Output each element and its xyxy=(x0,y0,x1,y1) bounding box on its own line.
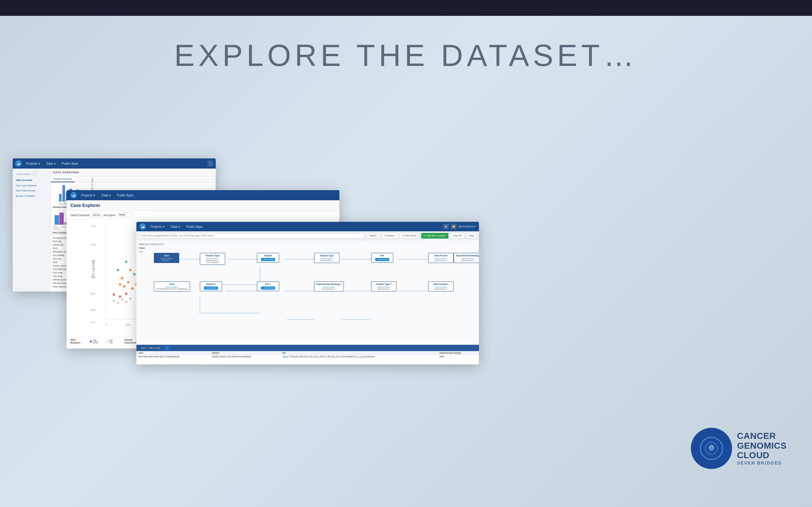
svg-point-49 xyxy=(123,285,125,288)
legend-no-dot xyxy=(107,340,109,343)
s3-about-data-btn[interactable]: ABOUT TABLE DATA xyxy=(139,346,162,350)
s1-tabs: Global Overview xyxy=(51,176,216,182)
flow-sample1-node: Sample 1 + ADD FILTER xyxy=(200,281,222,291)
s3-search-btn[interactable]: Search xyxy=(367,233,379,239)
s3-clear-all-btn[interactable]: Clear All xyxy=(450,233,464,239)
s3-queries-btn[interactable]: ⚙ Queries xyxy=(382,233,397,239)
flow-sample-type-selected: Selected Items: 1 xyxy=(316,260,337,262)
s3-save-query-btn[interactable]: ✦ Save Query xyxy=(399,233,419,239)
svg-text:500: 500 xyxy=(126,323,131,326)
flow-case-title: Case xyxy=(156,255,177,257)
nav-public-apps-2[interactable]: Public Apps xyxy=(115,193,136,198)
legend-no: No (0) xyxy=(107,338,115,344)
svg-point-48 xyxy=(119,283,121,286)
flow-data-format1-node: Data Format 1 Remove filters Selected It… xyxy=(428,281,454,291)
sidebar-case-explorer[interactable]: Start Case Explorer xyxy=(14,183,49,188)
nav-public-apps-3[interactable]: Public Apps xyxy=(184,224,205,229)
svg-point-59 xyxy=(119,295,121,298)
logo-3: ☁ xyxy=(140,223,146,230)
flow-disease-type-confirmed: User Confirmed xyxy=(202,262,223,263)
logo-1: ☁ xyxy=(15,160,21,167)
svg-point-17 xyxy=(117,269,119,271)
cell-file-1: WGS TCGA-BJ-A180-01A-11D-A13U_120711_SN1… xyxy=(281,355,438,359)
sidebar-data-browser[interactable]: Start Data Browser xyxy=(14,188,49,193)
svg-point-23 xyxy=(129,269,132,271)
nav-data-1[interactable]: Data ▾ xyxy=(44,161,57,166)
gene-input[interactable] xyxy=(117,213,133,217)
start-case-option[interactable]: Case xyxy=(139,246,145,249)
file-name-exon: Exon array xyxy=(53,272,62,274)
col-exp-strategy: Experimental strategy xyxy=(438,351,479,355)
sidebar-data-overview[interactable]: Data Overview xyxy=(14,178,49,183)
nav-bell-icon[interactable]: 🔔 xyxy=(451,224,456,229)
flow-file-node: File + ADD FILTER xyxy=(371,253,393,263)
svg-text:-0.4: -0.4 xyxy=(90,292,95,295)
svg-point-86 xyxy=(117,302,119,303)
nav-settings-icon[interactable]: ⚙ xyxy=(443,224,449,229)
flow-sample1-title: Sample 1 xyxy=(202,283,220,285)
flow-sample-type-title: Sample Type xyxy=(316,255,337,257)
tab-global-overview[interactable]: Global Overview xyxy=(51,176,74,182)
svg-point-89 xyxy=(130,298,131,299)
s3-copy-files-btn[interactable]: + Copy files to project xyxy=(421,233,449,239)
cgc-subtitle: SEVEN BRIDGES xyxy=(737,460,786,465)
cell-sample-1: 2E86079-961E-41C3-8DD5-6F182A94B25 xyxy=(210,355,280,359)
sidebar-browse-templates[interactable]: Browse Templates xyxy=(14,193,49,199)
flow-sample-add-filter[interactable]: + ADD FILTER xyxy=(261,258,275,261)
toggle-btn[interactable] xyxy=(33,172,38,176)
file-name-not-available: Not available xyxy=(53,254,65,257)
bar-male xyxy=(55,215,59,225)
nav-bar-2: ☁ Projects ▾ Data ▾ Public Apps xyxy=(67,190,339,200)
flow-file-add-filter[interactable]: + ADD FILTER xyxy=(375,258,389,261)
flow-case2-title: Case xyxy=(156,283,188,285)
and-gene-label: and gene xyxy=(103,214,115,217)
file-name-wxs: WXS xyxy=(53,247,57,249)
file-name-mirnaseq: miRNA-Seq xyxy=(53,244,63,246)
legend-yes-dot xyxy=(90,340,92,343)
s3-results-table: Case Sample File Experimental strategy 3… xyxy=(136,351,479,359)
table-row-1: 34FFF88A-88F5-4900-9E37-C1F09881B18E 2E8… xyxy=(136,355,479,359)
flow-case-node: Case Remove filters Selected: ... xyxy=(154,253,179,263)
cgc-text-block: CANCER GENOMICS CLOUD SEVEN BRIDGES xyxy=(737,431,786,465)
flow-case-selected: Selected: ... xyxy=(156,260,177,262)
start-file-option[interactable]: File xyxy=(139,250,143,253)
flow-sample-type1-selected: Selected Items: 1 xyxy=(373,288,394,290)
flow-file1-title: File 1 xyxy=(259,283,277,285)
flow-sample1-add-filter[interactable]: + ADD FILTER xyxy=(204,286,218,290)
svg-point-87 xyxy=(121,299,123,300)
nav-user-account[interactable]: BDAV/B144 ▾ xyxy=(458,225,476,228)
cgc-name-line1: CANCER xyxy=(737,431,786,441)
flow-sample-title: Sample xyxy=(259,255,277,257)
nav-user-icon-1[interactable]: 👤 xyxy=(207,161,213,166)
flow-exp-strategy1-selected: Selected Items: 1 xyxy=(316,288,342,290)
file-name-genotyping: Genotyping array xyxy=(53,237,68,239)
nav-projects-2[interactable]: Projects ▾ xyxy=(79,193,97,198)
nav-bar-1: ☁ Projects ▾ Data ▾ Public Apps 👤 xyxy=(13,158,216,169)
svg-text:-1.2: -1.2 xyxy=(90,321,95,324)
flow-sample-type1-node: Sample Type 1 Remove filters Selected It… xyxy=(371,281,397,291)
svg-point-22 xyxy=(121,277,123,279)
sidebar-1: AVAILABLE Data Overview Start Case Explo… xyxy=(13,169,51,291)
nav-public-apps-1[interactable]: Public Apps xyxy=(60,161,80,166)
flow-diagram: Start your Query from: Case File xyxy=(136,240,479,345)
select-disease-label: Select Disease xyxy=(70,214,90,217)
s3-data-table-section: ABOUT TABLE DATA i Case Sample File Expe… xyxy=(136,345,479,364)
s3-help-btn[interactable]: Help xyxy=(466,233,476,239)
nav-data-2[interactable]: Data ▾ xyxy=(100,193,113,198)
file-name-rnaseq: RNA-Seq xyxy=(53,240,61,242)
legend-no-label: No (0) xyxy=(110,339,115,343)
cgc-logo-section: CANCER GENOMICS CLOUD SEVEN BRIDGES xyxy=(691,428,786,469)
svg-text:0.8: 0.8 xyxy=(91,243,96,246)
with-mutation-label: With Mutation xyxy=(70,338,84,344)
nav-projects-3[interactable]: Projects ▾ xyxy=(148,224,166,229)
bar-acc xyxy=(59,194,61,202)
s3-info-icon[interactable]: i xyxy=(164,345,169,350)
nav-projects-1[interactable]: Projects ▾ xyxy=(24,161,42,166)
disease-select[interactable]: BRCA xyxy=(91,213,101,217)
svg-point-19 xyxy=(133,273,136,275)
col-file: File xyxy=(281,351,438,355)
case-explorer-title: Case Explorer xyxy=(67,200,339,211)
s3-search-input[interactable] xyxy=(139,233,365,239)
flow-file1-add-filter[interactable]: + ADD FILTER xyxy=(261,286,275,290)
nav-data-3[interactable]: Data ▾ xyxy=(169,224,182,229)
